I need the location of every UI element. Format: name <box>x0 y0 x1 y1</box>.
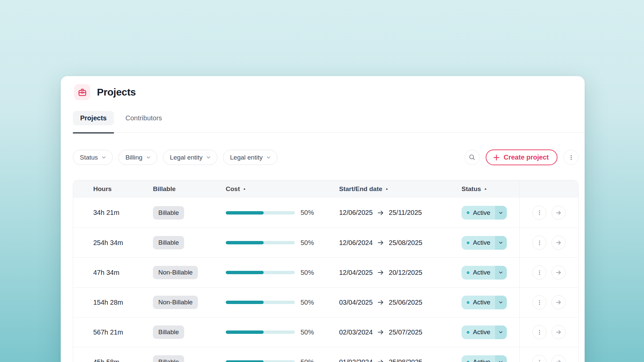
arrow-right-icon <box>377 209 384 217</box>
arrow-right-icon <box>555 269 562 276</box>
status-dropdown[interactable]: Active <box>462 206 507 220</box>
tab-projects[interactable]: Projects <box>73 111 114 125</box>
dates-cell: 12/04/2025 20/12/2025 <box>339 258 462 287</box>
filter-legal-entity-1[interactable]: Legal entity <box>163 150 217 165</box>
progress-label: 50% <box>301 209 314 217</box>
column-header-cost[interactable]: Cost ▲ <box>226 180 339 198</box>
table-body: 34h 21m Billable 50% 12/06/2025 25/11/20… <box>73 198 578 362</box>
filter-label: Status <box>80 154 98 161</box>
chevron-down-icon <box>206 155 211 160</box>
row-actions-cell <box>519 228 578 257</box>
kebab-icon <box>537 240 542 246</box>
status-dropdown[interactable]: Active <box>462 296 507 309</box>
status-dot-icon <box>467 271 470 274</box>
column-header-actions <box>519 180 578 198</box>
status-dropdown[interactable]: Active <box>462 266 507 280</box>
status-badge: Active <box>462 266 495 280</box>
end-date: 25/08/2025 <box>389 358 422 362</box>
billable-cell: Non-Billable <box>153 288 226 317</box>
start-date: 01/02/2024 <box>339 358 373 362</box>
row-actions-cell <box>519 347 578 362</box>
more-options-button[interactable] <box>564 150 579 165</box>
sort-asc-icon[interactable]: ▲ <box>243 187 246 190</box>
status-label: Active <box>473 328 490 336</box>
row-open-button[interactable] <box>551 325 566 339</box>
column-label: Status <box>462 185 481 193</box>
filter-status[interactable]: Status <box>73 150 113 165</box>
tab-contributors[interactable]: Contributors <box>118 111 169 125</box>
chevron-down-icon[interactable] <box>495 325 507 339</box>
hours-cell: 45h 58m <box>93 347 153 362</box>
status-label: Active <box>473 299 490 306</box>
row-open-button[interactable] <box>551 236 566 250</box>
progress-bar <box>226 360 295 362</box>
row-open-button[interactable] <box>551 295 566 309</box>
arrow-right-icon <box>555 209 562 216</box>
row-open-button[interactable] <box>551 206 566 220</box>
tab-label: Projects <box>80 114 107 122</box>
row-menu-button[interactable] <box>532 265 546 280</box>
row-menu-button[interactable] <box>532 355 546 362</box>
column-label: Start/End date <box>339 185 382 193</box>
row-menu-button[interactable] <box>532 325 546 339</box>
status-dropdown[interactable]: Active <box>462 355 507 362</box>
row-menu-button[interactable] <box>532 206 546 220</box>
progress-label: 50% <box>301 239 314 247</box>
billable-cell: Billable <box>153 228 226 257</box>
progress-label: 50% <box>301 269 314 277</box>
arrow-right-icon <box>555 239 562 246</box>
row-open-button[interactable] <box>551 265 566 280</box>
column-header-status[interactable]: Status ▲ <box>462 180 519 198</box>
column-header-billable: Billable <box>153 180 226 198</box>
sort-asc-icon[interactable]: ▲ <box>385 187 388 190</box>
cost-cell: 50% <box>226 258 339 287</box>
status-cell: Active <box>462 317 519 347</box>
status-dropdown[interactable]: Active <box>462 325 507 339</box>
filter-billing[interactable]: Billing <box>118 150 157 165</box>
dates-cell: 03/04/2025 25/06/2025 <box>339 288 462 317</box>
row-open-button[interactable] <box>551 355 566 362</box>
status-dot-icon <box>467 241 470 244</box>
cost-cell: 50% <box>226 198 339 228</box>
status-cell: Active <box>462 288 519 317</box>
search-icon <box>469 154 476 161</box>
status-cell: Active <box>462 258 519 287</box>
arrow-right-icon <box>555 329 562 336</box>
chevron-down-icon[interactable] <box>495 296 507 309</box>
row-menu-button[interactable] <box>532 295 546 309</box>
end-date: 25/11/2025 <box>389 209 422 217</box>
chevron-down-icon[interactable] <box>495 206 507 220</box>
filter-legal-entity-2[interactable]: Legal entity <box>223 150 277 165</box>
billable-cell: Billable <box>153 347 226 362</box>
table-row: 47h 34m Non-Billable 50% 12/04/2025 20/1… <box>73 257 578 287</box>
status-dot-icon <box>467 361 470 362</box>
table-row: 567h 21m Billable 50% 02/03/2024 25/07/2… <box>73 317 578 347</box>
start-date: 03/04/2025 <box>339 299 373 306</box>
chevron-down-icon <box>266 155 271 160</box>
create-project-button[interactable]: Create project <box>486 149 558 165</box>
row-menu-button[interactable] <box>532 236 546 250</box>
chevron-down-icon <box>146 155 151 160</box>
kebab-icon <box>537 210 542 216</box>
column-header-start-end-date[interactable]: Start/End date ▲ <box>339 180 462 198</box>
sort-asc-icon[interactable]: ▲ <box>484 187 487 190</box>
column-label: Cost <box>226 185 240 193</box>
chevron-down-icon[interactable] <box>495 236 507 250</box>
status-dropdown[interactable]: Active <box>462 236 507 250</box>
filter-label: Legal entity <box>230 154 263 161</box>
filter-group: Status Billing Legal entity Legal entity <box>73 150 277 165</box>
search-button[interactable] <box>465 150 480 165</box>
hours-cell: 254h 34m <box>93 228 153 257</box>
status-label: Active <box>473 239 490 246</box>
billable-badge: Non-Billable <box>153 296 198 309</box>
status-label: Active <box>473 358 490 362</box>
tab-label: Contributors <box>125 114 162 122</box>
row-actions-cell <box>519 198 578 228</box>
progress-label: 50% <box>301 299 314 306</box>
chevron-down-icon[interactable] <box>495 355 507 362</box>
chevron-down-icon[interactable] <box>495 266 507 280</box>
status-cell: Active <box>462 347 519 362</box>
cost-cell: 50% <box>226 347 339 362</box>
status-badge: Active <box>462 296 495 309</box>
table-row: 45h 58m Billable 50% 01/02/2024 25/08/20… <box>73 347 578 362</box>
